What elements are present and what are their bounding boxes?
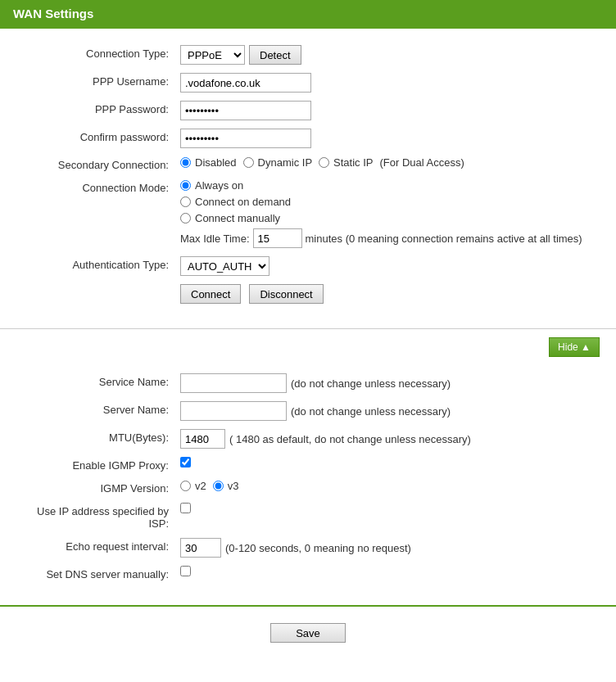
confirm-password-label: Confirm password: <box>16 129 180 143</box>
service-name-label: Service Name: <box>16 373 180 388</box>
mode-connect-on-demand[interactable]: Connect on demand <box>180 196 582 208</box>
igmp-v3-option[interactable]: v3 <box>213 480 239 492</box>
use-ip-label: Use IP address specified by ISP: <box>16 503 180 530</box>
connection-type-select[interactable]: PPPoE DHCP Static IP L2TP PPTP <box>180 45 245 65</box>
igmp-proxy-checkbox[interactable] <box>180 457 191 467</box>
hide-button[interactable]: Hide ▲ <box>549 337 600 357</box>
server-name-label: Server Name: <box>16 401 180 416</box>
mtu-note: ( 1480 as default, do not change unless … <box>229 433 471 445</box>
auth-type-label: Authentication Type: <box>16 256 180 271</box>
save-button[interactable]: Save <box>270 623 346 643</box>
echo-interval-input[interactable] <box>180 538 221 558</box>
echo-interval-note: (0-120 seconds, 0 meaning no request) <box>225 542 411 554</box>
dns-manual-label: Set DNS server manually: <box>16 566 180 580</box>
connect-button[interactable]: Connect <box>180 284 241 304</box>
use-ip-checkbox[interactable] <box>180 503 191 513</box>
ppp-username-input[interactable] <box>180 73 311 93</box>
disconnect-button[interactable]: Disconnect <box>249 284 323 304</box>
connection-mode-label: Connection Mode: <box>16 179 180 194</box>
ppp-username-label: PPP Username: <box>16 73 180 88</box>
ppp-password-input[interactable] <box>180 101 311 120</box>
max-idle-row: Max Idle Time: minutes (0 meaning connec… <box>180 228 582 248</box>
echo-interval-label: Echo request interval: <box>16 538 180 553</box>
connection-type-label: Connection Type: <box>16 45 180 60</box>
igmp-proxy-label: Enable IGMP Proxy: <box>16 457 180 472</box>
auth-type-select[interactable]: AUTO_AUTH PAP CHAP MS-CHAP <box>180 256 270 276</box>
max-idle-label: Max Idle Time: <box>180 233 250 245</box>
connect-spacer <box>16 284 180 287</box>
mtu-label: MTU(Bytes): <box>16 429 180 444</box>
server-name-input[interactable] <box>180 401 287 421</box>
server-name-note: (do not change unless necessary) <box>291 405 451 418</box>
confirm-password-input[interactable] <box>180 129 311 148</box>
igmp-version-label: IGMP Version: <box>16 480 180 495</box>
mode-connect-manually[interactable]: Connect manually <box>180 212 582 224</box>
max-idle-input[interactable] <box>253 228 302 248</box>
secondary-connection-label: Secondary Connection: <box>16 156 180 171</box>
ppp-password-label: PPP Password: <box>16 101 180 115</box>
secondary-static-option[interactable]: Static IP <box>319 156 373 169</box>
service-name-input[interactable] <box>180 373 287 393</box>
dns-manual-checkbox[interactable] <box>180 566 191 576</box>
secondary-dynamic-option[interactable]: Dynamic IP <box>243 156 312 169</box>
page-title: WAN Settings <box>0 0 616 27</box>
mtu-input[interactable] <box>180 429 225 449</box>
secondary-note: (For Dual Access) <box>379 156 464 169</box>
service-name-note: (do not change unless necessary) <box>291 377 451 390</box>
mode-always-on[interactable]: Always on <box>180 179 582 192</box>
secondary-disabled-option[interactable]: Disabled <box>180 156 237 169</box>
detect-button[interactable]: Detect <box>249 45 301 65</box>
max-idle-note: minutes (0 meaning connection remains ac… <box>306 233 582 245</box>
igmp-v2-option[interactable]: v2 <box>180 480 206 492</box>
